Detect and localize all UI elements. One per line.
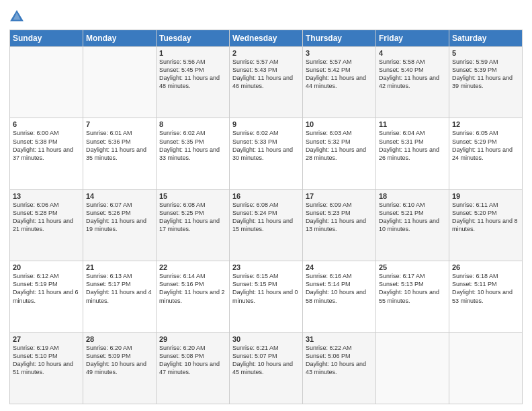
day-info: Sunrise: 6:11 AM Sunset: 5:20 PM Dayligh… [452, 201, 519, 234]
day-info: Sunrise: 6:10 AM Sunset: 5:21 PM Dayligh… [379, 201, 446, 234]
logo-icon [9, 9, 24, 24]
calendar-cell: 28Sunrise: 6:20 AM Sunset: 5:09 PM Dayli… [83, 332, 157, 404]
day-number: 31 [306, 335, 373, 343]
day-info: Sunrise: 6:05 AM Sunset: 5:29 PM Dayligh… [452, 129, 519, 162]
calendar-cell: 2Sunrise: 5:57 AM Sunset: 5:43 PM Daylig… [230, 47, 303, 118]
calendar-week-row: 27Sunrise: 6:19 AM Sunset: 5:10 PM Dayli… [10, 332, 523, 404]
day-number: 23 [232, 263, 300, 271]
day-number: 21 [86, 263, 153, 271]
calendar-cell: 10Sunrise: 6:03 AM Sunset: 5:32 PM Dayli… [303, 118, 376, 189]
day-info: Sunrise: 6:08 AM Sunset: 5:25 PM Dayligh… [159, 201, 226, 234]
day-info: Sunrise: 6:04 AM Sunset: 5:31 PM Dayligh… [379, 129, 446, 162]
day-info: Sunrise: 5:59 AM Sunset: 5:39 PM Dayligh… [452, 58, 519, 91]
day-number: 5 [452, 49, 519, 57]
calendar-cell: 11Sunrise: 6:04 AM Sunset: 5:31 PM Dayli… [376, 118, 449, 189]
weekday-header: Thursday [303, 30, 376, 47]
calendar-cell: 21Sunrise: 6:13 AM Sunset: 5:17 PM Dayli… [83, 261, 157, 332]
day-info: Sunrise: 6:08 AM Sunset: 5:24 PM Dayligh… [232, 201, 300, 234]
day-info: Sunrise: 5:56 AM Sunset: 5:45 PM Dayligh… [159, 58, 226, 91]
day-info: Sunrise: 6:16 AM Sunset: 5:14 PM Dayligh… [306, 272, 373, 305]
day-info: Sunrise: 6:22 AM Sunset: 5:06 PM Dayligh… [306, 344, 373, 377]
day-info: Sunrise: 5:57 AM Sunset: 5:43 PM Dayligh… [232, 58, 300, 91]
day-info: Sunrise: 6:02 AM Sunset: 5:33 PM Dayligh… [232, 129, 300, 162]
calendar-cell: 20Sunrise: 6:12 AM Sunset: 5:19 PM Dayli… [10, 261, 83, 332]
calendar-table: SundayMondayTuesdayWednesdayThursdayFrid… [9, 30, 523, 404]
calendar-cell [10, 47, 83, 118]
day-info: Sunrise: 6:20 AM Sunset: 5:08 PM Dayligh… [159, 344, 226, 377]
day-info: Sunrise: 6:07 AM Sunset: 5:26 PM Dayligh… [86, 201, 153, 234]
day-number: 8 [159, 120, 226, 128]
calendar-cell: 17Sunrise: 6:09 AM Sunset: 5:23 PM Dayli… [303, 189, 376, 261]
day-info: Sunrise: 6:18 AM Sunset: 5:11 PM Dayligh… [452, 272, 519, 305]
day-number: 27 [13, 335, 80, 343]
calendar-week-row: 6Sunrise: 6:00 AM Sunset: 5:38 PM Daylig… [10, 118, 523, 189]
calendar-cell: 23Sunrise: 6:15 AM Sunset: 5:15 PM Dayli… [230, 261, 303, 332]
calendar-cell: 26Sunrise: 6:18 AM Sunset: 5:11 PM Dayli… [449, 261, 523, 332]
day-number: 12 [452, 120, 519, 128]
calendar-cell: 14Sunrise: 6:07 AM Sunset: 5:26 PM Dayli… [83, 189, 157, 261]
day-number: 28 [86, 335, 153, 343]
calendar-cell: 16Sunrise: 6:08 AM Sunset: 5:24 PM Dayli… [230, 189, 303, 261]
calendar-cell: 8Sunrise: 6:02 AM Sunset: 5:35 PM Daylig… [157, 118, 230, 189]
day-info: Sunrise: 6:14 AM Sunset: 5:16 PM Dayligh… [159, 272, 226, 305]
calendar-cell: 4Sunrise: 5:58 AM Sunset: 5:40 PM Daylig… [376, 47, 449, 118]
weekday-header: Saturday [449, 30, 523, 47]
day-number: 4 [379, 49, 446, 57]
calendar-cell: 19Sunrise: 6:11 AM Sunset: 5:20 PM Dayli… [449, 189, 523, 261]
day-info: Sunrise: 6:12 AM Sunset: 5:19 PM Dayligh… [13, 272, 80, 305]
day-info: Sunrise: 5:57 AM Sunset: 5:42 PM Dayligh… [306, 58, 373, 91]
day-number: 22 [159, 263, 226, 271]
page: SundayMondayTuesdayWednesdayThursdayFrid… [0, 0, 532, 411]
calendar-cell: 3Sunrise: 5:57 AM Sunset: 5:42 PM Daylig… [303, 47, 376, 118]
calendar-cell: 12Sunrise: 6:05 AM Sunset: 5:29 PM Dayli… [449, 118, 523, 189]
day-number: 16 [232, 192, 300, 200]
calendar-cell [449, 332, 523, 404]
calendar-week-row: 1Sunrise: 5:56 AM Sunset: 5:45 PM Daylig… [10, 47, 523, 118]
day-number: 15 [159, 192, 226, 200]
calendar-cell: 1Sunrise: 5:56 AM Sunset: 5:45 PM Daylig… [157, 47, 230, 118]
day-info: Sunrise: 6:19 AM Sunset: 5:10 PM Dayligh… [13, 344, 80, 377]
day-number: 13 [13, 192, 80, 200]
calendar-cell: 29Sunrise: 6:20 AM Sunset: 5:08 PM Dayli… [157, 332, 230, 404]
day-info: Sunrise: 6:21 AM Sunset: 5:07 PM Dayligh… [232, 344, 300, 377]
day-number: 19 [452, 192, 519, 200]
day-number: 3 [306, 49, 373, 57]
day-number: 7 [86, 120, 153, 128]
calendar-cell: 25Sunrise: 6:17 AM Sunset: 5:13 PM Dayli… [376, 261, 449, 332]
logo [9, 9, 26, 24]
calendar-week-row: 20Sunrise: 6:12 AM Sunset: 5:19 PM Dayli… [10, 261, 523, 332]
day-number: 30 [232, 335, 300, 343]
calendar-header: SundayMondayTuesdayWednesdayThursdayFrid… [10, 30, 523, 47]
day-info: Sunrise: 6:13 AM Sunset: 5:17 PM Dayligh… [86, 272, 153, 305]
day-number: 25 [379, 263, 446, 271]
day-number: 24 [306, 263, 373, 271]
day-info: Sunrise: 6:02 AM Sunset: 5:35 PM Dayligh… [159, 129, 226, 162]
day-number: 9 [232, 120, 300, 128]
day-info: Sunrise: 5:58 AM Sunset: 5:40 PM Dayligh… [379, 58, 446, 91]
calendar-cell: 5Sunrise: 5:59 AM Sunset: 5:39 PM Daylig… [449, 47, 523, 118]
day-number: 26 [452, 263, 519, 271]
calendar-cell: 24Sunrise: 6:16 AM Sunset: 5:14 PM Dayli… [303, 261, 376, 332]
day-number: 2 [232, 49, 300, 57]
calendar-cell: 15Sunrise: 6:08 AM Sunset: 5:25 PM Dayli… [157, 189, 230, 261]
calendar-cell: 18Sunrise: 6:10 AM Sunset: 5:21 PM Dayli… [376, 189, 449, 261]
day-number: 18 [379, 192, 446, 200]
day-number: 20 [13, 263, 80, 271]
weekday-header: Sunday [10, 30, 83, 47]
calendar-cell: 30Sunrise: 6:21 AM Sunset: 5:07 PM Dayli… [230, 332, 303, 404]
day-info: Sunrise: 6:17 AM Sunset: 5:13 PM Dayligh… [379, 272, 446, 305]
day-info: Sunrise: 6:00 AM Sunset: 5:38 PM Dayligh… [13, 129, 80, 162]
day-number: 10 [306, 120, 373, 128]
weekday-header: Monday [83, 30, 157, 47]
weekday-header: Tuesday [157, 30, 230, 47]
header [9, 7, 523, 24]
day-info: Sunrise: 6:15 AM Sunset: 5:15 PM Dayligh… [232, 272, 300, 305]
calendar-cell [376, 332, 449, 404]
day-info: Sunrise: 6:06 AM Sunset: 5:28 PM Dayligh… [13, 201, 80, 234]
day-info: Sunrise: 6:09 AM Sunset: 5:23 PM Dayligh… [306, 201, 373, 234]
calendar-cell [83, 47, 157, 118]
day-number: 11 [379, 120, 446, 128]
day-number: 6 [13, 120, 80, 128]
day-info: Sunrise: 6:03 AM Sunset: 5:32 PM Dayligh… [306, 129, 373, 162]
calendar-cell: 31Sunrise: 6:22 AM Sunset: 5:06 PM Dayli… [303, 332, 376, 404]
